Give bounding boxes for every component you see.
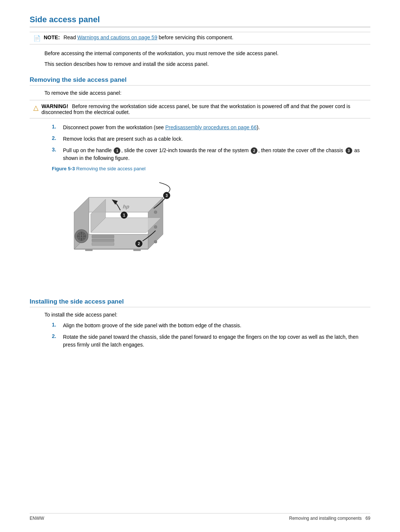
install-step-2-text: Rotate the side panel toward the chassis… [63, 334, 359, 348]
step-3-text-middle2: , then rotate the cover off the chassis [258, 147, 344, 153]
install-step-2-num: 2. [52, 333, 56, 339]
svg-point-18 [154, 225, 157, 228]
step-2-text: Remove locks that are present such as a … [63, 136, 183, 142]
intro-text-1: Before accessing the internal components… [44, 50, 370, 57]
step-2-content: Remove locks that are present such as a … [63, 135, 370, 143]
install-step-2: 2. Rotate the side panel toward the chas… [52, 333, 370, 349]
install-step-1: 1. Align the bottom groove of the side p… [52, 322, 370, 329]
removing-intro: To remove the side access panel: [44, 89, 370, 97]
note-icon: 📄 [33, 35, 41, 42]
step-3-text-middle: , slide the cover 1/2-inch towards the r… [121, 147, 250, 153]
step-1-link[interactable]: Predisassembly procedures on page 66 [165, 124, 257, 130]
intro-text-2: This section describes how to remove and… [44, 60, 370, 68]
removing-section-title: Removing the side access panel [30, 76, 370, 86]
step-1-content: Disconnect power from the workstation (s… [63, 124, 370, 131]
figure-container: hp 1 2 3 [52, 175, 207, 290]
installing-section-title: Installing the side access panel [30, 298, 370, 307]
note-text-before: Read [63, 34, 77, 40]
step-2-num: 2. [52, 135, 56, 141]
step-1-num: 1. [52, 124, 56, 130]
footer-left: ENWW [30, 516, 44, 521]
warning-text: Before removing the workstation side acc… [41, 103, 350, 115]
svg-text:2: 2 [138, 242, 140, 246]
svg-rect-13 [92, 235, 114, 238]
step-1-text-after: ). [257, 124, 260, 130]
svg-rect-15 [92, 242, 114, 245]
step-3-text-before: Pull up on the handle [63, 147, 113, 153]
page-title: Side access panel [30, 15, 370, 27]
circle-3: 3 [346, 147, 352, 154]
step-3: 3. Pull up on the handle 1, slide the co… [52, 147, 370, 162]
note-box: 📄 NOTE: Read Warnings and cautions on pa… [30, 32, 370, 44]
svg-text:1: 1 [123, 213, 125, 217]
installing-intro: To install the side access panel: [44, 311, 370, 319]
page-footer: ENWW Removing and installing components … [30, 513, 370, 521]
step-3-num: 3. [52, 147, 56, 153]
svg-rect-28 [133, 249, 141, 251]
figure-caption-bold: Figure 5-3 [52, 166, 75, 171]
step-1-text-before: Disconnect power from the workstation (s… [63, 124, 165, 130]
warning-label: WARNING! [41, 103, 68, 109]
note-label: NOTE: [44, 34, 60, 40]
install-step-2-content: Rotate the side panel toward the chassis… [63, 333, 370, 349]
install-step-1-content: Align the bottom groove of the side pane… [63, 322, 370, 329]
figure-caption: Figure 5-3 Removing the side access pane… [52, 166, 370, 171]
step-3-content: Pull up on the handle 1, slide the cover… [63, 147, 370, 162]
note-text-after: before servicing this component. [159, 34, 234, 40]
svg-text:3: 3 [166, 194, 168, 198]
svg-point-19 [154, 240, 157, 243]
circle-1: 1 [114, 147, 120, 154]
svg-rect-14 [92, 239, 114, 242]
install-step-1-text: Align the bottom groove of the side pane… [63, 322, 241, 328]
note-link[interactable]: Warnings and cautions on page 59 [77, 34, 157, 40]
note-content: NOTE: Read Warnings and cautions on page… [44, 34, 233, 40]
step-2: 2. Remove locks that are present such as… [52, 135, 370, 143]
warning-box: △ WARNING! Before removing the workstati… [30, 100, 370, 118]
workstation-illustration: hp 1 2 3 [52, 175, 207, 290]
warning-content: WARNING! Before removing the workstation… [41, 103, 367, 115]
install-step-1-num: 1. [52, 322, 56, 328]
svg-point-17 [154, 211, 157, 214]
svg-rect-27 [85, 249, 93, 251]
footer-right: Removing and installing components 69 [289, 516, 371, 521]
circle-2: 2 [251, 147, 257, 154]
figure-caption-text: Removing the side access panel [75, 166, 146, 171]
step-1: 1. Disconnect power from the workstation… [52, 124, 370, 131]
warning-triangle-icon: △ [33, 104, 39, 112]
